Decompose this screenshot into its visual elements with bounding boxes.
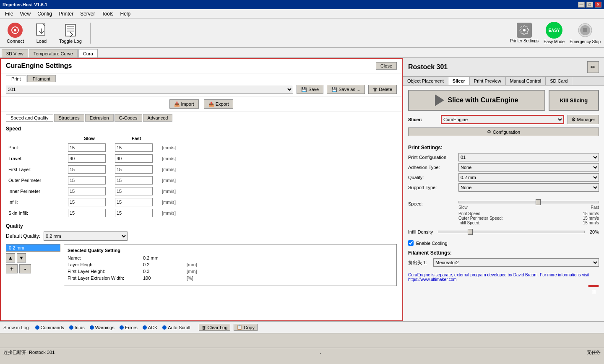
menu-config[interactable]: Config xyxy=(34,10,55,18)
tab-object-placement[interactable]: Object Placement xyxy=(403,77,448,85)
infill-fast-input[interactable] xyxy=(115,198,153,206)
row-label: Inner Perimeter xyxy=(7,186,65,196)
log-warnings[interactable]: Warnings xyxy=(90,325,115,330)
tab-cura[interactable]: Cura xyxy=(78,49,98,57)
list-item[interactable]: 0.2 mm xyxy=(6,244,60,251)
section-tab-structures[interactable]: Structures xyxy=(54,114,84,122)
add-button[interactable]: + xyxy=(6,264,18,273)
up-button[interactable]: ▲ xyxy=(6,253,15,263)
log-errors[interactable]: Errors xyxy=(120,325,138,330)
kill-slicing-button[interactable]: Kill Slicing xyxy=(549,90,599,111)
slice-btn-row: Slice with CuraEngine Kill Slicing xyxy=(408,90,599,111)
menu-file[interactable]: File xyxy=(2,10,16,18)
menu-help[interactable]: Help xyxy=(117,10,134,18)
travel-fast-input[interactable] xyxy=(115,154,153,163)
outer-perimeter-slow-input[interactable] xyxy=(68,176,106,185)
ps-quality-select[interactable]: 0.2 mm xyxy=(458,173,599,182)
slicer-select[interactable]: CuraEngine xyxy=(441,115,564,124)
copy-button[interactable]: 📋 Copy xyxy=(234,324,258,331)
log-infos[interactable]: Infos xyxy=(69,325,85,330)
section-tab-advanced[interactable]: Advanced xyxy=(143,114,173,122)
maximize-button[interactable]: □ xyxy=(586,2,593,8)
log-auto-scroll[interactable]: Auto Scroll xyxy=(162,325,190,330)
easy-mode-button[interactable]: EASY Easy Mode xyxy=(544,22,565,44)
section-tab-gcodes[interactable]: G-Codes xyxy=(115,114,142,122)
export-button[interactable]: 📤 Export xyxy=(204,99,234,109)
skin-infill-fast-input[interactable] xyxy=(115,209,153,217)
menu-server[interactable]: Server xyxy=(77,10,98,18)
inner-perimeter-slow-input[interactable] xyxy=(68,187,106,195)
log-ack[interactable]: ACK xyxy=(143,325,158,330)
configuration-button[interactable]: ⚙ Configuration xyxy=(408,127,599,136)
printer-settings-button[interactable]: Printer Settings xyxy=(510,23,539,43)
delete-button[interactable]: 🗑 Delete xyxy=(368,85,397,94)
config-gear-icon: ⚙ xyxy=(487,129,491,135)
infill-slow-input[interactable] xyxy=(68,198,106,206)
import-button[interactable]: 📥 Import xyxy=(169,99,199,109)
config-select[interactable]: 301 xyxy=(6,85,293,94)
first-layer-slow-input[interactable] xyxy=(68,165,106,174)
ps-config-select[interactable]: 01 xyxy=(458,153,599,161)
outer-perimeter-fast-input[interactable] xyxy=(115,176,153,185)
clear-log-button[interactable]: 🗑 Clear Log xyxy=(199,324,231,331)
remove-button[interactable]: - xyxy=(19,264,31,273)
filament-title: Filament Settings: xyxy=(408,250,599,256)
quality-heading: Quality xyxy=(6,223,397,229)
qs-name-row: Name: 0.2 mm xyxy=(68,255,393,260)
down-button[interactable]: ▼ xyxy=(17,253,26,263)
tab-temperature-curve[interactable]: Temperature Curve xyxy=(29,49,78,57)
first-layer-fast-input[interactable] xyxy=(115,165,153,174)
minimize-button[interactable]: — xyxy=(578,2,585,8)
edit-button[interactable]: ✏ xyxy=(587,61,599,73)
commands-dot xyxy=(35,325,39,330)
quality-list-box: 0.2 mm ▲ ▼ + - xyxy=(6,244,60,286)
ps-support-select[interactable]: None xyxy=(458,183,599,192)
section-tab-extrusion[interactable]: Extrusion xyxy=(85,114,114,122)
print-slow-input[interactable] xyxy=(68,143,106,152)
toggle-log-button[interactable]: Toggle Log xyxy=(56,21,85,45)
infill-thumb[interactable] xyxy=(468,229,473,235)
row-label: First Layer: xyxy=(7,164,65,174)
enable-cooling-checkbox[interactable] xyxy=(408,240,414,246)
sub-tab-filament[interactable]: Filament xyxy=(27,75,56,82)
travel-unit: [mm/s] xyxy=(160,153,396,164)
connect-button[interactable]: Connect xyxy=(3,21,27,45)
print-fast-input[interactable] xyxy=(115,143,153,152)
tab-3d-view[interactable]: 3D View xyxy=(2,49,28,57)
cn-button[interactable]: 点我加速 xyxy=(588,285,599,287)
log-commands[interactable]: Commands xyxy=(35,325,64,330)
cooling-row: Enable Cooling xyxy=(408,240,599,246)
close-button[interactable]: ✕ xyxy=(595,2,601,8)
speed-thumb[interactable] xyxy=(536,199,541,205)
emergency-stop-button[interactable]: Emergency Stop xyxy=(570,22,601,44)
section-tab-speed[interactable]: Speed and Quality xyxy=(6,114,53,122)
skin-infill-unit: [mm/s] xyxy=(160,208,396,218)
save-as-button[interactable]: 💾 Save as ... xyxy=(327,85,365,94)
menu-printer[interactable]: Printer xyxy=(55,10,77,18)
menu-view[interactable]: View xyxy=(16,10,34,18)
default-quality-select[interactable]: 0.2 mm xyxy=(44,231,128,241)
sub-tabs: Print Filament xyxy=(1,73,402,82)
sub-tab-print[interactable]: Print xyxy=(6,75,26,82)
load-button[interactable]: Load xyxy=(31,21,52,45)
tab-manual-control[interactable]: Manual Control xyxy=(506,77,546,85)
slice-button[interactable]: Slice with CuraEngine xyxy=(408,90,545,111)
list-controls: ▲ ▼ xyxy=(6,253,60,263)
ps-adhesion-select[interactable]: None xyxy=(458,163,599,172)
status-center: - xyxy=(320,350,322,355)
close-button[interactable]: Close xyxy=(376,62,397,70)
save-button[interactable]: 💾 Save xyxy=(297,85,323,94)
inner-perimeter-fast-input[interactable] xyxy=(115,187,153,195)
config-row: 301 💾 Save 💾 Save as ... 🗑 Delete xyxy=(1,82,402,97)
manager-button[interactable]: ⚙ Manager xyxy=(568,115,599,124)
content-area: Speed Slow Fast Print: [mm/s] xyxy=(1,122,402,294)
travel-slow-input[interactable] xyxy=(68,154,106,163)
infill-unit: [mm/s] xyxy=(160,197,396,207)
tab-slicer[interactable]: Slicer xyxy=(448,77,470,85)
filament-extruder-select[interactable]: Mecreator2 xyxy=(433,258,599,267)
tab-print-preview[interactable]: Print Preview xyxy=(470,77,506,85)
menu-tools[interactable]: Tools xyxy=(99,10,117,18)
tab-sd-card[interactable]: SD Card xyxy=(546,77,572,85)
speed-label: Speed: xyxy=(408,201,458,206)
skin-infill-slow-input[interactable] xyxy=(68,209,106,217)
